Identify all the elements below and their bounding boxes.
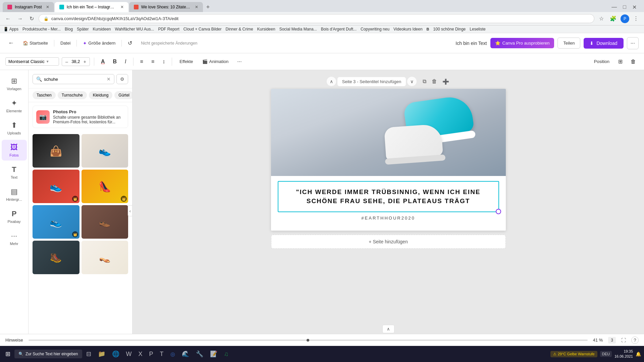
chip-taschen[interactable]: Taschen xyxy=(33,91,56,99)
add-page-action-btn[interactable]: ➕ xyxy=(440,77,451,86)
bookmark-bois[interactable]: Bois d'Argent Duft... xyxy=(321,27,357,32)
undo-btn[interactable]: ↺ xyxy=(125,38,135,48)
taskbar-powerpoint-btn[interactable]: P xyxy=(147,349,156,359)
grid-btn[interactable]: ⊞ xyxy=(615,56,625,67)
extensions-btn[interactable]: 🧩 xyxy=(608,14,619,23)
italic-btn[interactable]: I xyxy=(122,57,129,67)
bookmark-blog[interactable]: Blog xyxy=(65,27,73,32)
text-color-btn[interactable]: A xyxy=(98,57,108,67)
collapse-panel-btn[interactable]: ‹ xyxy=(128,205,132,217)
help-btn[interactable]: ? xyxy=(631,337,639,344)
sidebar-item-mehr[interactable]: ··· Mehr xyxy=(2,228,27,249)
photo-item-3[interactable]: 👟 👑 xyxy=(33,170,79,203)
taskbar-teams-btn[interactable]: T xyxy=(157,349,166,359)
taskbar-spotify-btn[interactable]: ♫ xyxy=(221,349,231,359)
increase-font-btn[interactable]: + xyxy=(82,59,88,64)
animation-btn[interactable]: 🎬 Animation xyxy=(199,57,232,66)
bookmark-kursideen[interactable]: Kursideen xyxy=(93,27,111,32)
profile-btn[interactable]: P xyxy=(621,14,629,23)
back-btn[interactable]: ← xyxy=(3,14,13,23)
photo-item-2[interactable]: 👟 xyxy=(82,134,128,168)
page-nav-up[interactable]: ∧ xyxy=(327,77,336,86)
taskbar-file-btn[interactable]: 📁 xyxy=(95,349,108,359)
photo-item-1[interactable]: 👜 xyxy=(33,134,79,168)
position-btn[interactable]: Position xyxy=(591,57,613,66)
taskbar-tools-btn[interactable]: 🔧 xyxy=(193,349,206,359)
forward-btn[interactable]: → xyxy=(15,14,25,23)
bookmark-cloud[interactable]: Cloud + Canva Bilder xyxy=(183,27,222,32)
photo-item-6[interactable]: 👞 xyxy=(82,205,128,239)
bookmark-kursideen2[interactable]: Kursideen xyxy=(257,27,275,32)
bookmark-btn[interactable]: ☆ xyxy=(597,14,606,23)
fullscreen-btn[interactable]: ⛶ xyxy=(621,338,626,343)
photos-pro-banner[interactable]: 📷 Photos Pro Schalte unsere gesamte Bibl… xyxy=(33,106,128,128)
browser-menu-btn[interactable]: ⋮ xyxy=(631,14,641,23)
tab-close-btn[interactable]: ✕ xyxy=(46,5,49,9)
chip-kleidung[interactable]: Kleidung xyxy=(89,91,113,99)
progress-track[interactable] xyxy=(29,340,588,341)
slide-arrow-up[interactable]: ∧ xyxy=(383,325,394,333)
list-btn[interactable]: ≡ xyxy=(149,57,157,67)
quote-box[interactable]: "ICH WERDE IMMER TRÜBSINNIG, WENN ICH EI… xyxy=(278,181,499,212)
sidebar-item-hintergrund[interactable]: ▤ Hintergr... xyxy=(2,184,27,205)
bookmark-100[interactable]: B xyxy=(427,27,429,31)
sidebar-item-elemente[interactable]: ✦ Elemente xyxy=(2,96,27,116)
photo-item-5[interactable]: 👟 👑 xyxy=(33,205,79,239)
maximize-btn[interactable]: □ xyxy=(621,3,628,12)
bookmark-wahlfächer[interactable]: Wahlfächer WU Aus... xyxy=(115,27,154,32)
more-options-btn[interactable]: ··· xyxy=(627,37,639,49)
photo-item-4[interactable]: 👠 👑 xyxy=(82,170,128,203)
datei-btn[interactable]: Datei xyxy=(58,39,73,48)
back-to-home-btn[interactable]: ← xyxy=(5,38,17,49)
taskbar-search-btn[interactable]: 🔍 Zur Suche Text hier eingeben xyxy=(14,350,82,358)
search-filter-btn[interactable]: ⚙ xyxy=(116,74,128,84)
bookmark-pdf[interactable]: PDF Report xyxy=(158,27,179,32)
bookmark-dinner[interactable]: Dinner & Crime xyxy=(226,27,253,32)
decrease-font-btn[interactable]: – xyxy=(64,59,69,64)
title-btn[interactable]: Ich bin ein Text xyxy=(455,41,487,46)
tab-instagram-post[interactable]: Instagram Post ✕ xyxy=(3,2,54,12)
sidebar-item-vorlagen[interactable]: ⊞ Vorlagen xyxy=(2,73,27,94)
share-btn[interactable]: Teilen xyxy=(557,38,580,49)
taskbar-taskview-btn[interactable]: ⊟ xyxy=(84,349,94,359)
sidebar-item-pixabay[interactable]: P Pixabay xyxy=(2,206,27,227)
page-nav-down[interactable]: ∨ xyxy=(407,77,417,86)
quote-section[interactable]: "ICH WERDE IMMER TRÜBSINNIG, WENN ICH EI… xyxy=(271,181,506,231)
size-change-btn[interactable]: ✦ Größe ändern xyxy=(80,39,118,48)
search-clear-btn[interactable]: ✕ xyxy=(107,76,111,82)
sidebar-item-fotos[interactable]: 🖼 Fotos xyxy=(2,140,27,161)
trash-btn[interactable]: 🗑 xyxy=(628,57,639,67)
taskbar-notes-btn[interactable]: 📝 xyxy=(207,349,220,359)
effects-btn[interactable]: Effekte xyxy=(176,57,196,66)
address-bar[interactable]: 🔒 canva.com/design/DAEhbzjcgqM/KIh15LaV3… xyxy=(39,14,594,23)
photo-item-7[interactable]: 🥾 xyxy=(33,241,79,274)
bookmark-leseliste[interactable]: Leseliste xyxy=(470,27,485,32)
new-tab-btn[interactable]: + xyxy=(204,2,213,12)
tab-canva-edit[interactable]: Ich bin ein Text – Instagram-Bei... ✕ xyxy=(55,2,128,12)
tab-close-btn[interactable]: ✕ xyxy=(120,5,124,9)
sidebar-item-text[interactable]: T Text xyxy=(2,162,27,183)
resize-handle[interactable] xyxy=(496,209,501,214)
bookmark-videokurs[interactable]: Videokurs Ideen xyxy=(393,27,423,32)
notification-btn[interactable]: 🔔 xyxy=(636,352,641,357)
bookmark-social[interactable]: Social Media Mana... xyxy=(279,27,317,32)
taskbar-edge-btn[interactable]: 🌊 xyxy=(179,349,192,359)
reload-btn[interactable]: ↻ xyxy=(28,14,36,23)
minimize-btn[interactable]: — xyxy=(609,3,619,12)
chip-turnschuhe[interactable]: Turnschuhe xyxy=(58,91,87,99)
bookmark-copywriting[interactable]: Copywriting neu xyxy=(361,27,389,32)
bold-btn[interactable]: B xyxy=(110,57,120,67)
delete-page-btn[interactable]: 🗑 xyxy=(430,77,439,86)
search-input[interactable] xyxy=(44,77,105,82)
taskbar-word-btn[interactable]: W xyxy=(123,349,135,359)
duplicate-page-btn[interactable]: ⧉ xyxy=(421,77,428,86)
align-btn[interactable]: ≡ xyxy=(138,57,146,67)
bookmark-produktsuche[interactable]: Produktsuche - Mer... xyxy=(22,27,61,32)
taskbar-excel-btn[interactable]: X xyxy=(136,349,145,359)
download-btn[interactable]: ⬇ Download xyxy=(584,38,623,49)
photo-item-8[interactable]: 👡 xyxy=(82,241,128,274)
close-browser-btn[interactable]: ✕ xyxy=(630,3,639,12)
canva-pro-btn[interactable]: ⭐ Canva Pro ausprobieren xyxy=(490,38,554,48)
tab-close-btn[interactable]: ✕ xyxy=(195,5,198,9)
chip-gürtel[interactable]: Gürtel xyxy=(114,91,132,99)
